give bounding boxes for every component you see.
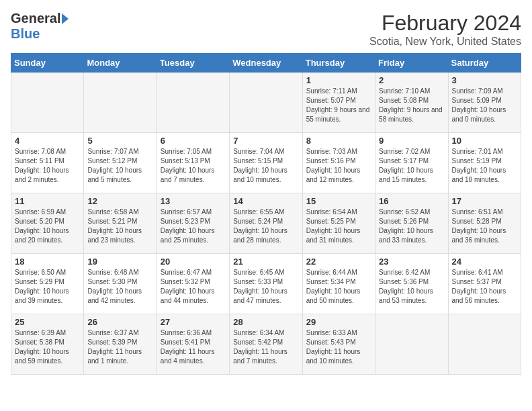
day-info: Sunrise: 7:11 AM Sunset: 5:07 PM Dayligh… — [306, 87, 371, 124]
day-number: 17 — [452, 196, 517, 206]
day-info: Sunrise: 6:58 AM Sunset: 5:21 PM Dayligh… — [87, 208, 152, 245]
day-of-week-header: Tuesday — [157, 54, 229, 73]
day-number: 22 — [306, 257, 371, 267]
day-number: 28 — [233, 317, 298, 327]
page-header: General Blue February 2024 Scotia, New Y… — [11, 11, 521, 48]
day-info: Sunrise: 7:02 AM Sunset: 5:17 PM Dayligh… — [379, 147, 444, 185]
day-of-week-header: Monday — [84, 54, 157, 73]
day-number: 24 — [452, 257, 517, 267]
calendar-header: SundayMondayTuesdayWednesdayThursdayFrid… — [11, 54, 521, 73]
calendar-subtitle: Scotia, New York, United States — [369, 36, 521, 48]
title-section: February 2024 Scotia, New York, United S… — [369, 11, 521, 48]
day-info: Sunrise: 6:55 AM Sunset: 5:24 PM Dayligh… — [233, 208, 298, 245]
calendar-day-cell: 16Sunrise: 6:52 AM Sunset: 5:26 PM Dayli… — [375, 193, 448, 254]
day-number: 5 — [87, 136, 152, 146]
day-number: 16 — [379, 196, 444, 206]
calendar-table: SundayMondayTuesdayWednesdayThursdayFrid… — [11, 53, 521, 375]
calendar-day-cell: 4Sunrise: 7:08 AM Sunset: 5:11 PM Daylig… — [11, 133, 84, 193]
calendar-day-cell — [448, 314, 521, 375]
day-info: Sunrise: 6:54 AM Sunset: 5:25 PM Dayligh… — [306, 208, 371, 245]
day-info: Sunrise: 7:03 AM Sunset: 5:16 PM Dayligh… — [306, 147, 371, 185]
day-number: 25 — [15, 317, 80, 327]
calendar-day-cell: 21Sunrise: 6:45 AM Sunset: 5:33 PM Dayli… — [230, 254, 302, 314]
logo: General Blue — [11, 11, 69, 42]
calendar-day-cell — [375, 314, 448, 375]
calendar-day-cell: 1Sunrise: 7:11 AM Sunset: 5:07 PM Daylig… — [302, 73, 375, 133]
day-number: 13 — [161, 196, 226, 206]
calendar-day-cell: 6Sunrise: 7:05 AM Sunset: 5:13 PM Daylig… — [157, 133, 229, 193]
day-info: Sunrise: 6:59 AM Sunset: 5:20 PM Dayligh… — [15, 208, 80, 245]
calendar-week-row: 25Sunrise: 6:39 AM Sunset: 5:38 PM Dayli… — [11, 314, 521, 375]
calendar-day-cell: 10Sunrise: 7:01 AM Sunset: 5:19 PM Dayli… — [448, 133, 521, 193]
calendar-day-cell: 27Sunrise: 6:36 AM Sunset: 5:41 PM Dayli… — [157, 314, 229, 375]
day-info: Sunrise: 6:48 AM Sunset: 5:30 PM Dayligh… — [87, 268, 152, 306]
day-number: 10 — [452, 136, 517, 146]
day-info: Sunrise: 7:07 AM Sunset: 5:12 PM Dayligh… — [87, 147, 152, 185]
day-of-week-header: Thursday — [302, 54, 375, 73]
calendar-day-cell — [84, 73, 157, 133]
day-number: 8 — [306, 136, 371, 146]
calendar-day-cell: 26Sunrise: 6:37 AM Sunset: 5:39 PM Dayli… — [84, 314, 157, 375]
calendar-day-cell: 14Sunrise: 6:55 AM Sunset: 5:24 PM Dayli… — [230, 193, 302, 254]
day-number: 15 — [306, 196, 371, 206]
day-number: 29 — [306, 317, 371, 327]
day-info: Sunrise: 6:45 AM Sunset: 5:33 PM Dayligh… — [233, 268, 298, 306]
calendar-week-row: 1Sunrise: 7:11 AM Sunset: 5:07 PM Daylig… — [11, 73, 521, 133]
day-info: Sunrise: 7:05 AM Sunset: 5:13 PM Dayligh… — [161, 147, 226, 185]
calendar-day-cell — [157, 73, 229, 133]
day-info: Sunrise: 7:01 AM Sunset: 5:19 PM Dayligh… — [452, 147, 517, 185]
day-info: Sunrise: 6:44 AM Sunset: 5:34 PM Dayligh… — [306, 268, 371, 306]
day-info: Sunrise: 6:42 AM Sunset: 5:36 PM Dayligh… — [379, 268, 444, 306]
day-info: Sunrise: 6:51 AM Sunset: 5:28 PM Dayligh… — [452, 208, 517, 245]
day-info: Sunrise: 6:52 AM Sunset: 5:26 PM Dayligh… — [379, 208, 444, 245]
day-info: Sunrise: 6:34 AM Sunset: 5:42 PM Dayligh… — [233, 328, 298, 366]
day-number: 6 — [161, 136, 226, 146]
day-of-week-header: Saturday — [448, 54, 521, 73]
day-number: 4 — [15, 136, 80, 146]
calendar-day-cell: 22Sunrise: 6:44 AM Sunset: 5:34 PM Dayli… — [302, 254, 375, 314]
calendar-day-cell: 25Sunrise: 6:39 AM Sunset: 5:38 PM Dayli… — [11, 314, 84, 375]
day-number: 11 — [15, 196, 80, 206]
day-info: Sunrise: 6:36 AM Sunset: 5:41 PM Dayligh… — [161, 328, 226, 366]
calendar-day-cell: 11Sunrise: 6:59 AM Sunset: 5:20 PM Dayli… — [11, 193, 84, 254]
day-number: 14 — [233, 196, 298, 206]
calendar-day-cell: 3Sunrise: 7:09 AM Sunset: 5:09 PM Daylig… — [448, 73, 521, 133]
day-info: Sunrise: 6:50 AM Sunset: 5:29 PM Dayligh… — [15, 268, 80, 306]
day-number: 27 — [161, 317, 226, 327]
calendar-day-cell: 15Sunrise: 6:54 AM Sunset: 5:25 PM Dayli… — [302, 193, 375, 254]
day-number: 3 — [452, 75, 517, 85]
day-info: Sunrise: 6:47 AM Sunset: 5:32 PM Dayligh… — [161, 268, 226, 306]
calendar-day-cell: 7Sunrise: 7:04 AM Sunset: 5:15 PM Daylig… — [230, 133, 302, 193]
day-info: Sunrise: 7:09 AM Sunset: 5:09 PM Dayligh… — [452, 87, 517, 124]
calendar-day-cell: 20Sunrise: 6:47 AM Sunset: 5:32 PM Dayli… — [157, 254, 229, 314]
calendar-day-cell: 18Sunrise: 6:50 AM Sunset: 5:29 PM Dayli… — [11, 254, 84, 314]
calendar-day-cell: 29Sunrise: 6:33 AM Sunset: 5:43 PM Dayli… — [302, 314, 375, 375]
day-info: Sunrise: 6:39 AM Sunset: 5:38 PM Dayligh… — [15, 328, 80, 366]
calendar-week-row: 4Sunrise: 7:08 AM Sunset: 5:11 PM Daylig… — [11, 133, 521, 193]
day-number: 2 — [379, 75, 444, 85]
calendar-day-cell: 17Sunrise: 6:51 AM Sunset: 5:28 PM Dayli… — [448, 193, 521, 254]
calendar-day-cell — [230, 73, 302, 133]
calendar-day-cell: 12Sunrise: 6:58 AM Sunset: 5:21 PM Dayli… — [84, 193, 157, 254]
day-number: 26 — [87, 317, 152, 327]
calendar-day-cell: 8Sunrise: 7:03 AM Sunset: 5:16 PM Daylig… — [302, 133, 375, 193]
day-number: 12 — [87, 196, 152, 206]
day-info: Sunrise: 6:57 AM Sunset: 5:23 PM Dayligh… — [161, 208, 226, 245]
day-of-week-header: Wednesday — [230, 54, 302, 73]
day-info: Sunrise: 7:04 AM Sunset: 5:15 PM Dayligh… — [233, 147, 298, 185]
calendar-day-cell: 5Sunrise: 7:07 AM Sunset: 5:12 PM Daylig… — [84, 133, 157, 193]
day-info: Sunrise: 6:41 AM Sunset: 5:37 PM Dayligh… — [452, 268, 517, 306]
calendar-body: 1Sunrise: 7:11 AM Sunset: 5:07 PM Daylig… — [11, 73, 521, 375]
calendar-day-cell: 2Sunrise: 7:10 AM Sunset: 5:08 PM Daylig… — [375, 73, 448, 133]
calendar-day-cell: 19Sunrise: 6:48 AM Sunset: 5:30 PM Dayli… — [84, 254, 157, 314]
calendar-week-row: 11Sunrise: 6:59 AM Sunset: 5:20 PM Dayli… — [11, 193, 521, 254]
days-of-week-row: SundayMondayTuesdayWednesdayThursdayFrid… — [11, 54, 521, 73]
calendar-title: February 2024 — [369, 11, 521, 36]
day-info: Sunrise: 7:10 AM Sunset: 5:08 PM Dayligh… — [379, 87, 444, 124]
day-number: 18 — [15, 257, 80, 267]
day-of-week-header: Friday — [375, 54, 448, 73]
day-number: 9 — [379, 136, 444, 146]
day-number: 21 — [233, 257, 298, 267]
day-number: 19 — [87, 257, 152, 267]
day-number: 20 — [161, 257, 226, 267]
